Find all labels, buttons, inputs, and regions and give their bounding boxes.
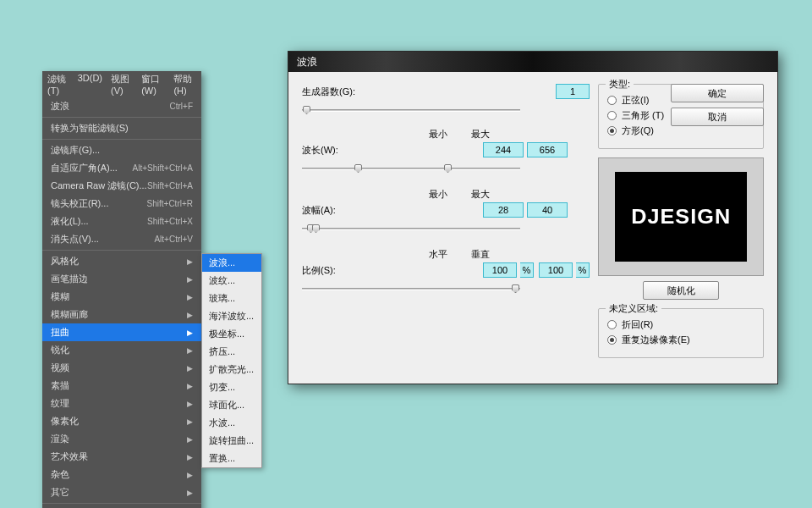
- submenu-item[interactable]: 海洋波纹...: [202, 307, 261, 325]
- wavelength-min-input[interactable]: 244: [483, 142, 524, 157]
- menu-item-label: 模糊: [51, 290, 69, 303]
- generators-input[interactable]: 1: [556, 84, 590, 99]
- menubar: 滤镜(T) 3D(D) 视图(V) 窗口(W) 帮助(H): [42, 71, 201, 97]
- ok-button[interactable]: 确定: [671, 84, 764, 102]
- menubar-3d[interactable]: 3D(D): [78, 73, 102, 96]
- scale-h-input[interactable]: 100: [483, 262, 517, 278]
- menu-group-item[interactable]: 其它▶: [42, 483, 201, 501]
- menu-item-shortcut: Alt+Ctrl+V: [154, 235, 193, 244]
- menu-item-label: 波浪: [51, 100, 69, 113]
- dialog-title: 波浪: [288, 52, 777, 72]
- min-header: 最小: [429, 128, 447, 141]
- chevron-right-icon: ▶: [187, 364, 193, 373]
- radio-icon: [607, 320, 617, 329]
- menubar-window[interactable]: 窗口(W): [141, 73, 165, 96]
- radio-label: 三角形 (T): [622, 109, 664, 122]
- submenu-item[interactable]: 波纹...: [202, 272, 261, 290]
- menu-group-item[interactable]: 素描▶: [42, 377, 201, 395]
- submenu-item[interactable]: 玻璃...: [202, 290, 261, 307]
- type-group-title: 类型:: [606, 78, 634, 91]
- menu-item[interactable]: 镜头校正(R)...Shift+Ctrl+R: [42, 195, 201, 213]
- chevron-right-icon: ▶: [187, 257, 193, 266]
- menu-last-filter[interactable]: 波浪 Ctrl+F: [42, 97, 201, 115]
- menu-item-label: 消失点(V)...: [51, 233, 99, 246]
- generators-label: 生成器数(G):: [302, 86, 365, 98]
- amplitude-max-input[interactable]: 40: [527, 202, 568, 218]
- chevron-right-icon: ▶: [187, 435, 193, 444]
- menu-item[interactable]: 液化(L)...Shift+Ctrl+X: [42, 213, 201, 230]
- submenu-item[interactable]: 球面化...: [202, 396, 261, 414]
- submenu-item[interactable]: 切变...: [202, 378, 261, 396]
- menu-separator: [42, 503, 201, 504]
- radio-icon: [607, 126, 617, 135]
- menu-group-item[interactable]: 风格化▶: [42, 252, 201, 270]
- menubar-filter[interactable]: 滤镜(T): [47, 73, 69, 96]
- pct-label: %: [576, 262, 590, 278]
- cancel-button[interactable]: 取消: [671, 108, 764, 126]
- menubar-view[interactable]: 视图(V): [111, 73, 133, 96]
- menu-item-label: 艺术效果: [51, 450, 88, 463]
- menu-item-label: 素描: [51, 379, 69, 392]
- submenu-item[interactable]: 挤压...: [202, 343, 261, 361]
- menu-separator: [42, 139, 201, 140]
- menu-group-item[interactable]: 杂色▶: [42, 466, 201, 483]
- undefined-area-group: 未定义区域: 折回(R)重复边缘像素(E): [598, 308, 764, 358]
- menu-group-item[interactable]: 视频▶: [42, 359, 201, 377]
- chevron-right-icon: ▶: [187, 471, 193, 479]
- menu-group-item[interactable]: 渲染▶: [42, 430, 201, 448]
- radio-icon: [607, 335, 617, 345]
- amplitude-min-input[interactable]: 28: [483, 202, 524, 218]
- wavelength-max-input[interactable]: 656: [527, 142, 568, 157]
- menu-group-item[interactable]: 锐化▶: [42, 341, 201, 359]
- menu-group-item[interactable]: 像素化▶: [42, 412, 201, 430]
- menu-item[interactable]: Camera Raw 滤镜(C)...Shift+Ctrl+A: [42, 177, 201, 195]
- menu-item-label: 视频: [51, 362, 69, 374]
- scale-slider[interactable]: [302, 283, 520, 296]
- wavelength-slider[interactable]: [302, 163, 520, 176]
- chevron-right-icon: ▶: [187, 346, 193, 355]
- menu-item[interactable]: 自适应广角(A)...Alt+Shift+Ctrl+A: [42, 159, 201, 177]
- menu-item-shortcut: Shift+Ctrl+A: [147, 181, 193, 190]
- radio-label: 正弦(I): [622, 94, 649, 107]
- menu-group-item[interactable]: 扭曲▶: [42, 323, 201, 341]
- vert-header: 垂直: [471, 248, 490, 261]
- preview-content: DJESIGN: [631, 205, 731, 229]
- menu-item-label: 镜头校正(R)...: [51, 197, 108, 210]
- menu-item-label: 像素化: [51, 415, 79, 428]
- menubar-help[interactable]: 帮助(H): [173, 73, 196, 96]
- radio-label: 方形(Q): [622, 124, 654, 137]
- submenu-item[interactable]: 扩散亮光...: [202, 361, 261, 378]
- menu-separator: [42, 250, 201, 251]
- menu-item-label: 纹理: [51, 397, 69, 410]
- radio-label: 折回(R): [622, 318, 653, 331]
- menu-item-label: 转换为智能滤镜(S): [51, 122, 129, 135]
- menu-group-item[interactable]: 画笔描边▶: [42, 270, 201, 288]
- menu-group-item[interactable]: 模糊▶: [42, 288, 201, 306]
- generators-slider[interactable]: [302, 104, 520, 116]
- chevron-right-icon: ▶: [187, 400, 193, 408]
- submenu-item[interactable]: 波浪...: [202, 254, 261, 272]
- amplitude-slider[interactable]: [302, 223, 520, 236]
- submenu-item[interactable]: 水波...: [202, 414, 261, 432]
- submenu-item[interactable]: 极坐标...: [202, 325, 261, 343]
- menu-item-label: Camera Raw 滤镜(C)...: [51, 179, 147, 192]
- menu-item-shortcut: Alt+Shift+Ctrl+A: [133, 163, 193, 173]
- menu-item[interactable]: 滤镜库(G)...: [42, 141, 201, 159]
- type-group: 类型: 正弦(I)三角形 (T)方形(Q) 确定 取消: [598, 84, 764, 149]
- scale-label: 比例(S):: [302, 264, 365, 277]
- menu-group-item[interactable]: 艺术效果▶: [42, 448, 201, 466]
- undef-radio[interactable]: 重复边缘像素(E): [607, 334, 754, 346]
- scale-v-input[interactable]: 100: [539, 262, 573, 278]
- menu-item-label: 扭曲: [51, 326, 69, 339]
- submenu-item[interactable]: 旋转扭曲...: [202, 432, 261, 450]
- menu-item-shortcut: Shift+Ctrl+X: [147, 217, 193, 226]
- amplitude-label: 波幅(A):: [302, 204, 365, 217]
- submenu-item[interactable]: 置换...: [202, 450, 261, 467]
- undef-radio[interactable]: 折回(R): [607, 318, 754, 331]
- menu-group-item[interactable]: 纹理▶: [42, 395, 201, 412]
- menu-item-label: 风格化: [51, 255, 79, 268]
- menu-item[interactable]: 消失点(V)...Alt+Ctrl+V: [42, 230, 201, 248]
- menu-convert-smart[interactable]: 转换为智能滤镜(S): [42, 119, 201, 137]
- menu-group-item[interactable]: 模糊画廊▶: [42, 306, 201, 323]
- randomize-button[interactable]: 随机化: [643, 281, 719, 300]
